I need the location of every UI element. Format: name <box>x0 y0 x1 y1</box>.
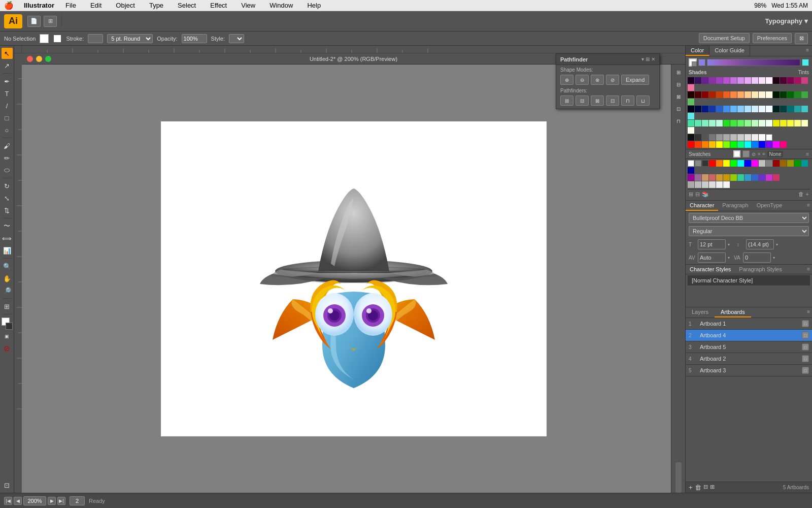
gradient-spectrum[interactable] <box>707 59 800 66</box>
color-cell[interactable] <box>766 77 772 84</box>
color-cell[interactable] <box>723 120 730 126</box>
swatch-cell[interactable] <box>766 174 772 181</box>
select-tool[interactable]: ↖ <box>2 48 13 59</box>
swatch-cell[interactable] <box>773 160 780 167</box>
color-cell[interactable] <box>723 91 730 98</box>
kerning-input[interactable] <box>743 252 771 263</box>
swatch-cell[interactable] <box>745 174 751 181</box>
color-cell[interactable] <box>794 77 801 84</box>
none-swatch[interactable] <box>733 150 740 157</box>
leading-input[interactable] <box>746 239 774 249</box>
color-cell[interactable] <box>745 134 751 141</box>
color-cell[interactable] <box>716 134 723 141</box>
swatch-white[interactable] <box>688 160 694 167</box>
app-name[interactable]: Illustrator <box>24 2 54 9</box>
zoom-tool[interactable]: 🔎 <box>2 285 13 296</box>
color-cell[interactable] <box>752 141 758 148</box>
document-setup-btn[interactable]: Document Setup <box>699 33 750 43</box>
pencil-tool[interactable]: ✏ <box>2 152 13 164</box>
color-cell[interactable] <box>688 120 694 126</box>
panel-toggle-btn[interactable]: ⊠ <box>795 33 808 44</box>
color-cell[interactable] <box>695 91 701 98</box>
color-cell[interactable] <box>737 120 744 126</box>
intersect-btn[interactable]: ⊗ <box>591 75 604 85</box>
swatches-menu[interactable]: ≡ <box>758 151 760 156</box>
pathfinder-close-btn[interactable]: ✕ <box>651 56 655 62</box>
swatch-cell[interactable] <box>759 174 765 181</box>
color-cell[interactable] <box>766 91 772 98</box>
stroke-style-select[interactable]: 5 pt. Round <box>107 34 153 43</box>
swatches-panel-menu[interactable]: ≡ <box>806 151 809 157</box>
exclude-btn[interactable]: ⊘ <box>606 75 619 85</box>
color-cell[interactable] <box>730 134 737 141</box>
style-select[interactable] <box>229 34 244 43</box>
zoom-first-btn[interactable]: |◀ <box>4 497 12 505</box>
color-cell[interactable] <box>695 141 701 148</box>
text-tool[interactable]: T <box>2 88 13 99</box>
color-cell[interactable] <box>752 106 758 112</box>
expand-btn[interactable]: Expand <box>621 75 649 85</box>
swatches-delete-btn[interactable]: 🗑 <box>798 191 804 198</box>
color-cell[interactable] <box>745 91 751 98</box>
artboard-row-2[interactable]: 2 Artboard 4 □ <box>686 330 812 341</box>
swatch-cell[interactable] <box>716 174 723 181</box>
color-cell[interactable] <box>730 120 737 126</box>
swatch-cell[interactable] <box>794 160 801 167</box>
line-tool[interactable]: / <box>2 100 13 111</box>
color-cell[interactable] <box>780 141 787 148</box>
color-cell[interactable] <box>709 134 716 141</box>
color-cell[interactable] <box>723 77 730 84</box>
color-cell[interactable] <box>752 77 758 84</box>
color-cell[interactable] <box>759 106 765 112</box>
color-cell[interactable] <box>766 120 772 126</box>
minus-front-btn[interactable]: ⊖ <box>576 75 589 85</box>
menu-effect[interactable]: Effect <box>207 1 230 10</box>
rotate-tool[interactable]: ↻ <box>2 180 13 192</box>
gradient-swatch-btn[interactable]: ▣ <box>2 331 13 342</box>
color-cell[interactable] <box>737 106 744 112</box>
preferences-btn[interactable]: Preferences <box>753 33 792 43</box>
fill-swatch[interactable] <box>40 34 49 43</box>
layers-menu[interactable]: ≡ <box>805 307 812 318</box>
para-styles-tab[interactable]: Paragraph Styles <box>735 265 786 274</box>
artboard-row-5[interactable]: 5 Artboard 3 □ <box>686 365 812 376</box>
unite-btn[interactable]: ⊕ <box>560 75 573 85</box>
color-cell[interactable] <box>688 84 694 91</box>
arrange-btn[interactable]: ⊞ <box>44 16 57 27</box>
crop-btn[interactable]: ⊡ <box>606 96 619 106</box>
color-cell[interactable] <box>716 106 723 112</box>
color-cell[interactable] <box>688 127 694 134</box>
swatch-cell[interactable] <box>737 160 744 167</box>
color-cell[interactable] <box>766 141 772 148</box>
swatch-cell[interactable] <box>780 160 787 167</box>
swatch-cell[interactable] <box>723 174 730 181</box>
blob-tool[interactable]: ⬭ <box>2 165 13 176</box>
menu-select[interactable]: Select <box>175 1 199 10</box>
color-cell[interactable] <box>688 141 694 148</box>
align-tool-btn[interactable]: ⊟ <box>673 79 684 90</box>
color-cell[interactable] <box>716 91 723 98</box>
color-cell[interactable] <box>702 91 708 98</box>
swatches-list-view[interactable]: ≡ <box>762 151 765 156</box>
color-cell[interactable] <box>766 134 772 141</box>
swatch-cell[interactable] <box>787 160 794 167</box>
menu-help[interactable]: Help <box>304 1 324 10</box>
new-doc-btn[interactable]: 📄 <box>27 16 41 27</box>
swatch-cell[interactable] <box>688 174 694 181</box>
rect-tool[interactable]: □ <box>2 112 13 123</box>
outline-btn[interactable]: ⊓ <box>621 96 634 106</box>
brush-tool[interactable]: 🖌 <box>2 140 13 151</box>
color-cell[interactable] <box>801 77 808 84</box>
divide-btn[interactable]: ⊞ <box>560 96 573 106</box>
swatch-cell[interactable] <box>730 174 737 181</box>
color-cell[interactable] <box>730 106 737 112</box>
swatch-cell[interactable] <box>709 181 716 188</box>
color-cell[interactable] <box>801 91 808 98</box>
swatch-cell[interactable] <box>702 174 708 181</box>
scale-tool[interactable]: ⤡ <box>2 193 13 204</box>
color-cell[interactable] <box>688 99 694 105</box>
zoom-last-btn[interactable]: ▶| <box>57 497 65 505</box>
change-screen-btn[interactable]: ⊡ <box>2 480 13 491</box>
none-indicator[interactable]: ⊘ <box>2 343 13 354</box>
color-cell[interactable] <box>780 91 787 98</box>
